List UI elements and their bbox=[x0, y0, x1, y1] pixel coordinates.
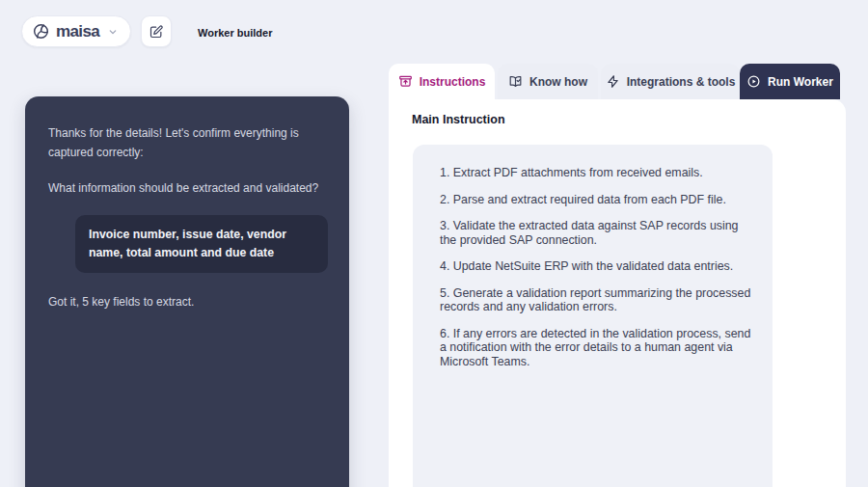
bolt-icon bbox=[606, 74, 620, 89]
user-message-bubble: Invoice number, issue date, vendor name,… bbox=[75, 215, 328, 273]
run-worker-button[interactable]: Run Worker bbox=[740, 64, 840, 99]
chevron-down-icon bbox=[107, 26, 119, 38]
assistant-message: Got it, 5 key fields to extract. bbox=[48, 292, 328, 311]
tab-label: Integrations & tools bbox=[627, 75, 736, 89]
tab-know-how[interactable]: Know how bbox=[498, 64, 598, 99]
main-instruction-title: Main Instruction bbox=[412, 113, 505, 126]
tab-integrations-tools[interactable]: Integrations & tools bbox=[601, 64, 740, 99]
new-worker-button[interactable] bbox=[141, 15, 172, 47]
pencil-square-icon bbox=[149, 24, 164, 40]
chat-panel: Thanks for the details! Let's confirm ev… bbox=[25, 96, 349, 487]
tab-instructions[interactable]: Instructions bbox=[389, 64, 495, 99]
instruction-step: 2. Parse and extract required data from … bbox=[440, 193, 753, 207]
instruction-step: 6. If any errors are detected in the val… bbox=[440, 327, 753, 369]
workspace-switcher-button[interactable]: maisa bbox=[21, 15, 131, 47]
instruction-step: 5. Generate a validation report summariz… bbox=[440, 286, 753, 314]
tab-label: Instructions bbox=[420, 75, 486, 89]
tray-arrow-up-icon bbox=[398, 74, 413, 89]
tab-label: Know how bbox=[529, 75, 587, 89]
instruction-step: 3. Validate the extracted data against S… bbox=[440, 219, 753, 247]
tab-label: Run Worker bbox=[768, 75, 833, 89]
instruction-step: 4. Update NetSuite ERP with the validate… bbox=[440, 259, 753, 274]
book-check-icon bbox=[508, 74, 523, 89]
instruction-step: 1. Extract PDF attachments from received… bbox=[440, 166, 753, 180]
maisa-logo-icon bbox=[32, 22, 50, 41]
logo-wordmark: maisa bbox=[56, 23, 99, 40]
assistant-message: Thanks for the details! Let's confirm ev… bbox=[48, 123, 328, 162]
worker-builder-label: Worker builder bbox=[198, 27, 272, 39]
play-circle-icon bbox=[746, 74, 761, 89]
assistant-message: What information should be extracted and… bbox=[48, 178, 328, 198]
instructions-panel: Main Instruction 1. Extract PDF attachme… bbox=[389, 99, 846, 487]
instruction-card: 1. Extract PDF attachments from received… bbox=[413, 145, 773, 487]
